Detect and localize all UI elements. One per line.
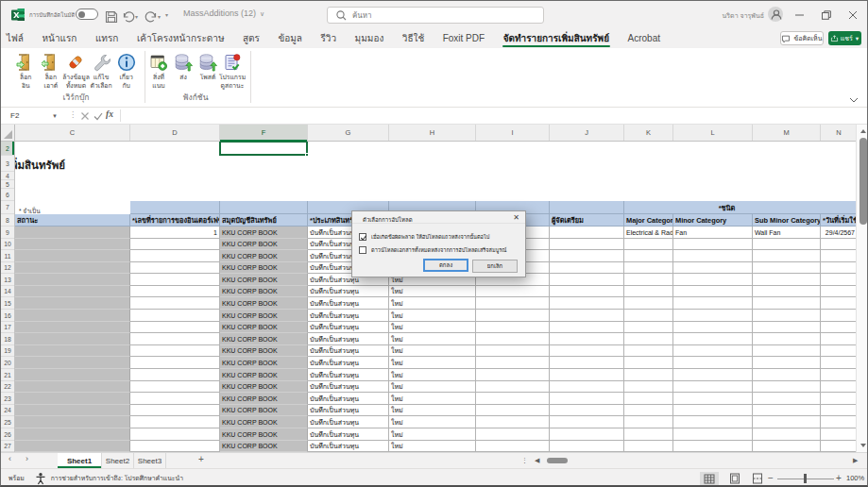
cell-M16[interactable] xyxy=(753,310,821,322)
row-header-26[interactable]: 26 xyxy=(1,428,14,441)
cell-K26[interactable] xyxy=(624,428,673,441)
ribbon-tab-item[interactable]: Foxit PDF xyxy=(434,28,494,48)
cell-C15[interactable] xyxy=(15,297,130,310)
column-header-F[interactable]: F xyxy=(220,125,308,141)
cell-J26[interactable] xyxy=(550,428,624,441)
cell-J22[interactable] xyxy=(550,381,624,393)
cell-J23[interactable] xyxy=(550,393,624,405)
cell-I27[interactable] xyxy=(476,441,550,452)
cell-F21[interactable]: KKU CORP BOOK xyxy=(220,369,308,381)
cell-L15[interactable] xyxy=(673,297,753,310)
cell-D7[interactable] xyxy=(130,201,220,214)
cell-F23[interactable]: KKU CORP BOOK xyxy=(220,393,308,405)
cell-F15[interactable]: KKU CORP BOOK xyxy=(220,297,308,310)
vertical-scrollbar[interactable] xyxy=(856,125,868,452)
cell-K17[interactable] xyxy=(624,322,673,333)
avatar[interactable] xyxy=(768,7,783,22)
cell-C27[interactable] xyxy=(15,441,130,452)
cell-I17[interactable] xyxy=(476,322,550,333)
ribbon-button-eraser[interactable]: ล้างข้อมูลทั้งหมด xyxy=(63,48,89,90)
cell-D15[interactable] xyxy=(130,297,220,310)
cell-N17[interactable] xyxy=(821,322,856,333)
cell-J25[interactable] xyxy=(550,416,624,428)
cell-J27[interactable] xyxy=(550,441,624,452)
cell-K15[interactable] xyxy=(624,297,673,310)
ribbon-button-status-monitor[interactable]: โปรแกรมดูสถานะ xyxy=(220,48,245,90)
cell-D20[interactable] xyxy=(130,357,220,369)
cell-C24[interactable] xyxy=(15,405,130,416)
cell-N20[interactable] xyxy=(821,357,856,369)
cell-M27[interactable] xyxy=(753,441,821,452)
cell-L20[interactable] xyxy=(673,357,753,369)
cell-C19[interactable] xyxy=(15,345,130,357)
cell-M22[interactable] xyxy=(753,381,821,393)
cell-M20[interactable] xyxy=(753,357,821,369)
row-header-14[interactable]: 14 xyxy=(1,286,14,297)
cell-N16[interactable] xyxy=(821,310,856,322)
cell-J12[interactable] xyxy=(550,262,624,274)
cell-J8[interactable]: ผู้จัดเตรียม xyxy=(550,214,624,227)
cell-M8[interactable]: Sub Minor Category xyxy=(753,214,821,227)
selected-cell-F2[interactable] xyxy=(219,142,308,156)
cell-L11[interactable] xyxy=(673,250,753,262)
cell-J17[interactable] xyxy=(550,322,624,333)
cell-M19[interactable] xyxy=(753,345,821,357)
zoom-in-button[interactable]: + xyxy=(836,473,842,483)
cell-G20[interactable]: บันทึกเป็นส่วนทุน xyxy=(308,357,389,369)
cell-D23[interactable] xyxy=(130,393,220,405)
cell-M25[interactable] xyxy=(753,416,821,428)
name-box-dropdown-icon[interactable]: ▼ xyxy=(52,113,58,119)
cell-K10[interactable] xyxy=(624,239,673,250)
cell-F25[interactable]: KKU CORP BOOK xyxy=(220,416,308,428)
dialog-checkbox1-row[interactable]: เมื่อเกิดข้อผิดพลาด ให้อัปโหลดแถวหลังจาก… xyxy=(359,233,489,241)
scroll-up-icon[interactable] xyxy=(857,126,868,137)
cell-D26[interactable] xyxy=(130,428,220,441)
ribbon-button-attachment-sheet[interactable]: สิ่งที่แนบ xyxy=(146,48,171,90)
cell-I19[interactable] xyxy=(476,345,550,357)
cell-C22[interactable] xyxy=(15,381,130,393)
cell-D22[interactable] xyxy=(130,381,220,393)
cell-C10[interactable] xyxy=(15,239,130,250)
cell-M21[interactable] xyxy=(753,369,821,381)
cell-N8[interactable]: *วันที่เริ่มใช้งาน xyxy=(821,214,856,227)
row-header-19[interactable]: 19 xyxy=(1,345,14,357)
row-header-21[interactable]: 21 xyxy=(1,369,14,381)
row-header-11[interactable]: 11 xyxy=(1,250,14,262)
ribbon-button-database-upload[interactable]: ส่ง xyxy=(171,48,196,82)
cell-J11[interactable] xyxy=(550,250,624,262)
cell-H14[interactable]: ใหม่ xyxy=(389,286,476,297)
cell-D27[interactable] xyxy=(130,441,220,452)
cell-H23[interactable]: ใหม่ xyxy=(389,393,476,405)
sheet-nav-next-icon[interactable]: › xyxy=(26,454,28,463)
cell-L23[interactable] xyxy=(673,393,753,405)
cell-F18[interactable]: KKU CORP BOOK xyxy=(220,333,308,345)
undo-dropdown-icon[interactable]: ▾ xyxy=(135,13,138,20)
cell-D10[interactable] xyxy=(130,239,220,250)
row-header-25[interactable]: 25 xyxy=(1,416,14,428)
sheet-nav-prev-icon[interactable]: ‹ xyxy=(9,454,11,463)
cell-L8[interactable]: Minor Category xyxy=(673,214,753,227)
cell-C21[interactable] xyxy=(15,369,130,381)
row-header-16[interactable]: 16 xyxy=(1,310,14,322)
column-header-N[interactable]: N xyxy=(821,125,858,141)
row-header-7[interactable]: 7 xyxy=(1,201,14,214)
redo-dropdown-icon[interactable]: ▾ xyxy=(158,13,161,20)
cell-M9[interactable]: Wall Fan xyxy=(753,227,821,239)
new-sheet-button[interactable]: + xyxy=(198,454,204,464)
cell-L12[interactable] xyxy=(673,262,753,274)
column-header-C[interactable]: C xyxy=(15,125,130,141)
cell-C13[interactable] xyxy=(15,274,130,286)
row-header-6[interactable]: 6 xyxy=(1,189,14,201)
cell-K8[interactable]: Major Category xyxy=(624,214,673,227)
cell-K13[interactable] xyxy=(624,274,673,286)
cell-C11[interactable] xyxy=(15,250,130,262)
cell-K22[interactable] xyxy=(624,381,673,393)
cell-H18[interactable]: ใหม่ xyxy=(389,333,476,345)
category-band-header[interactable]: *ชนิด xyxy=(624,201,856,214)
confirm-entry-icon[interactable] xyxy=(93,110,104,122)
row-header-24[interactable]: 24 xyxy=(1,405,14,416)
cell-C18[interactable] xyxy=(15,333,130,345)
page-break-view-button[interactable] xyxy=(748,472,767,485)
horizontal-scroll-thumb[interactable] xyxy=(547,458,568,463)
cell-F20[interactable]: KKU CORP BOOK xyxy=(220,357,308,369)
